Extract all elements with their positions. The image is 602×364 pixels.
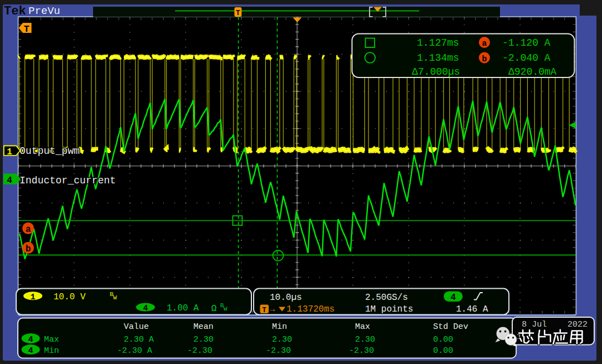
svg-text:2.30: 2.30 bbox=[272, 335, 292, 344]
svg-text:W: W bbox=[113, 294, 117, 301]
svg-text:Output_pwm: Output_pwm bbox=[20, 145, 80, 157]
svg-text:Δ920.0mA: Δ920.0mA bbox=[508, 66, 557, 77]
svg-text:Inductor_current: Inductor_current bbox=[20, 175, 116, 186]
svg-text:2.50GS/s: 2.50GS/s bbox=[365, 293, 408, 303]
svg-text:1M points: 1M points bbox=[365, 304, 413, 314]
svg-text:1.134ms: 1.134ms bbox=[417, 52, 459, 64]
svg-text:2022: 2022 bbox=[567, 320, 588, 329]
svg-text:4: 4 bbox=[28, 346, 33, 356]
svg-text:Max: Max bbox=[355, 322, 370, 332]
svg-text:→: → bbox=[270, 305, 275, 314]
svg-text:-2.30: -2.30 bbox=[266, 346, 291, 356]
svg-text:T: T bbox=[236, 9, 240, 17]
svg-text:1: 1 bbox=[7, 147, 12, 157]
svg-text:Max: Max bbox=[44, 335, 59, 344]
svg-text:Tek: Tek bbox=[4, 4, 26, 18]
svg-text:4: 4 bbox=[28, 335, 33, 344]
svg-text:a: a bbox=[482, 39, 487, 48]
svg-text:1: 1 bbox=[30, 293, 35, 302]
svg-text:Min: Min bbox=[44, 346, 59, 356]
svg-text:W: W bbox=[224, 305, 227, 312]
svg-text:-1.120 A: -1.120 A bbox=[502, 37, 551, 48]
svg-text:1.00 A: 1.00 A bbox=[167, 303, 199, 313]
svg-text:-2.30: -2.30 bbox=[349, 346, 374, 356]
svg-text:2.30: 2.30 bbox=[193, 335, 213, 344]
svg-text:Min: Min bbox=[272, 322, 287, 332]
svg-text:a: a bbox=[26, 225, 31, 235]
svg-text:T: T bbox=[23, 24, 29, 35]
svg-text:2.30: 2.30 bbox=[355, 335, 375, 344]
svg-text:Δ7.000µs: Δ7.000µs bbox=[412, 66, 460, 77]
svg-text:4: 4 bbox=[143, 304, 148, 313]
svg-text:Value: Value bbox=[124, 322, 149, 332]
svg-text:4: 4 bbox=[7, 176, 12, 186]
svg-text:-2.040 A: -2.040 A bbox=[502, 52, 551, 64]
svg-text:Std Dev: Std Dev bbox=[433, 322, 468, 332]
svg-text:Mean: Mean bbox=[193, 322, 213, 332]
svg-text:4: 4 bbox=[450, 293, 456, 303]
svg-text:Ω: Ω bbox=[211, 304, 217, 314]
svg-text:T: T bbox=[262, 307, 266, 314]
svg-text:10.0 V: 10.0 V bbox=[54, 292, 86, 302]
svg-text:b: b bbox=[482, 55, 487, 64]
svg-text:PreVu: PreVu bbox=[28, 5, 60, 17]
svg-text:b: b bbox=[26, 244, 31, 254]
svg-text:1.46 A: 1.46 A bbox=[456, 304, 488, 314]
svg-text:2.30 A: 2.30 A bbox=[124, 335, 154, 344]
svg-text:-2.30 A: -2.30 A bbox=[117, 346, 152, 356]
svg-text:0.00: 0.00 bbox=[433, 335, 453, 344]
svg-text:8 Jul: 8 Jul bbox=[522, 320, 547, 329]
svg-text:-2.30: -2.30 bbox=[187, 346, 212, 356]
svg-text:0.00: 0.00 bbox=[433, 346, 453, 356]
svg-text:1.127ms: 1.127ms bbox=[417, 37, 459, 48]
svg-text:10.0µs: 10.0µs bbox=[270, 293, 302, 303]
svg-text:1.13720ms: 1.13720ms bbox=[287, 304, 334, 314]
